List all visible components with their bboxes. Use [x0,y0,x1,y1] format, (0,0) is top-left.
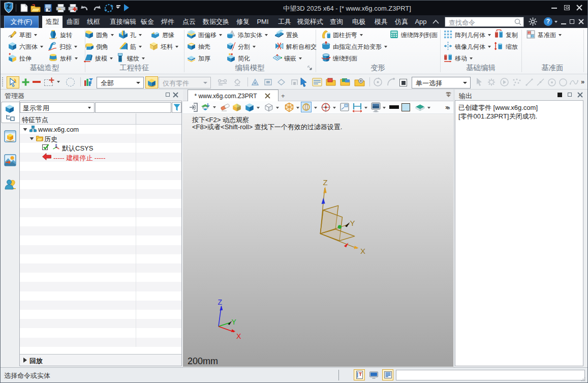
svg-text:Z: Z [218,298,223,306]
svg-text:Z: Z [323,178,328,187]
svg-text:X: X [236,332,241,340]
svg-text:X: X [360,247,365,255]
svg-text:Y: Y [232,318,237,326]
svg-text:Y: Y [350,219,355,227]
